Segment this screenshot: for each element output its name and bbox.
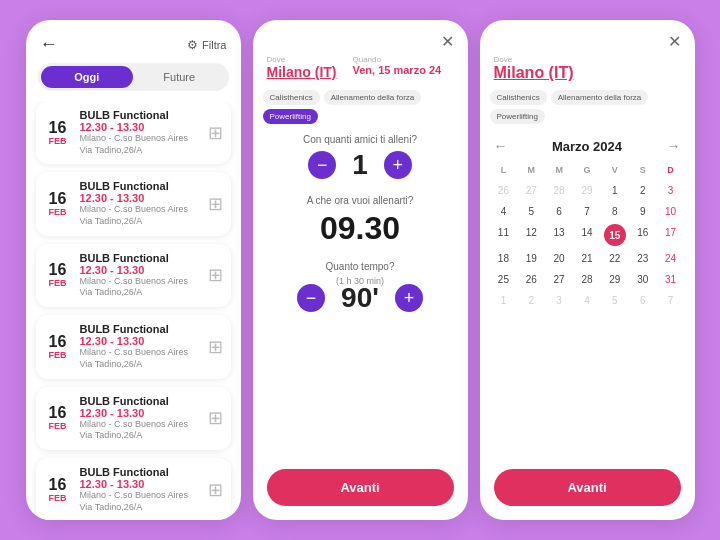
cal-day-cell[interactable]: 24 (657, 250, 685, 267)
class-card[interactable]: 16 Feb BULB Functional 12.30 - 13.30 Mil… (36, 101, 231, 164)
cal-body: ← Marzo 2024 → LMMGVSD262728291234567891… (480, 134, 695, 459)
cal-day-cell[interactable]: 13 (545, 224, 573, 246)
cal-chip[interactable]: Powerlifting (490, 109, 545, 124)
time-question: A che ora vuoi allenarti? (267, 195, 454, 206)
cal-avanti-button[interactable]: Avanti (494, 469, 681, 506)
tab-future[interactable]: Future (133, 66, 226, 88)
filter-button[interactable]: ⚙ Filtra (187, 38, 226, 52)
class-card[interactable]: 16 Feb BULB Functional 12.30 - 13.30 Mil… (36, 315, 231, 378)
cal-week-row: 18192021222324 (490, 250, 685, 267)
duration-increment[interactable]: + (395, 284, 423, 312)
cal-weekday: V (601, 162, 629, 178)
cal-day-cell[interactable]: 31 (657, 271, 685, 288)
date-day: 16 (49, 120, 67, 136)
tab-oggi[interactable]: Oggi (41, 66, 134, 88)
qr-icon: ⊞ (208, 336, 223, 358)
cal-day-cell[interactable]: 27 (517, 182, 545, 199)
card-time: 12.30 - 13.30 (80, 121, 200, 133)
booking-modal-header: ✕ (253, 20, 468, 55)
time-value: 09.30 (267, 210, 454, 247)
class-card[interactable]: 16 Feb BULB Functional 12.30 - 13.30 Mil… (36, 387, 231, 450)
cal-day-cell[interactable]: 4 (573, 292, 601, 309)
card-location: Milano - C.so Buenos Aires Via Tadino,26… (80, 347, 200, 370)
cal-day-cell[interactable]: 14 (573, 224, 601, 246)
cal-day-cell[interactable]: 23 (629, 250, 657, 267)
cal-day-cell[interactable]: 25 (490, 271, 518, 288)
cal-weekday: M (517, 162, 545, 178)
cal-day-cell[interactable]: 21 (573, 250, 601, 267)
class-card[interactable]: 16 Feb BULB Functional 12.30 - 13.30 Mil… (36, 172, 231, 235)
cal-chips: CalisthenicsAllenamento della forzaPower… (480, 90, 695, 134)
cal-day-cell[interactable]: 28 (573, 271, 601, 288)
friends-decrement[interactable]: − (308, 151, 336, 179)
cal-day-cell[interactable]: 2 (629, 182, 657, 199)
cal-day-cell[interactable]: 10 (657, 203, 685, 220)
cal-day-cell[interactable]: 30 (629, 271, 657, 288)
cal-day-cell[interactable]: 5 (517, 203, 545, 220)
cal-day-cell[interactable]: 1 (490, 292, 518, 309)
date-block: 16 Feb (44, 405, 72, 431)
cal-day-cell[interactable]: 28 (545, 182, 573, 199)
date-month: Feb (49, 207, 67, 217)
cal-day-cell[interactable]: 18 (490, 250, 518, 267)
close-button[interactable]: ✕ (441, 32, 454, 51)
category-chip[interactable]: Powerlifting (263, 109, 318, 124)
cal-day-cell[interactable]: 19 (517, 250, 545, 267)
cal-day-cell[interactable]: 29 (601, 271, 629, 288)
category-chip[interactable]: Allenamento della forza (324, 90, 422, 105)
duration-question: Quanto tempo? (267, 261, 454, 272)
cal-day-cell[interactable]: 22 (601, 250, 629, 267)
cal-day-cell[interactable]: 5 (601, 292, 629, 309)
friends-increment[interactable]: + (384, 151, 412, 179)
date-month: Feb (49, 350, 67, 360)
cal-week-row: 25262728293031 (490, 271, 685, 288)
date-day: 16 (49, 405, 67, 421)
cal-day-cell[interactable]: 6 (545, 203, 573, 220)
qr-icon: ⊞ (208, 193, 223, 215)
card-info: BULB Functional 12.30 - 13.30 Milano - C… (80, 466, 200, 513)
friends-count: 1 (352, 149, 368, 181)
avanti-button[interactable]: Avanti (267, 469, 454, 506)
cal-close-button[interactable]: ✕ (668, 32, 681, 51)
category-chip[interactable]: Calisthenics (263, 90, 320, 105)
cal-next-button[interactable]: → (667, 138, 681, 154)
back-button[interactable]: ← (40, 34, 58, 55)
card-title: BULB Functional (80, 109, 200, 121)
class-card[interactable]: 16 Feb BULB Functional 12.30 - 13.30 Mil… (36, 244, 231, 307)
cal-day-cell[interactable]: 9 (629, 203, 657, 220)
screen-calendar: ✕ Dove Milano (IT) CalisthenicsAllenamen… (480, 20, 695, 520)
cal-day-cell[interactable]: 4 (490, 203, 518, 220)
cal-day-cell[interactable]: 15 (604, 224, 626, 246)
cal-day-cell[interactable]: 3 (545, 292, 573, 309)
cal-day-cell[interactable]: 26 (490, 182, 518, 199)
date-month: Feb (49, 278, 67, 288)
cal-weekday: D (657, 162, 685, 178)
when-block: Quando Ven, 15 marzo 24 (353, 55, 442, 80)
cal-day-cell[interactable]: 27 (545, 271, 573, 288)
cal-month-label: Marzo 2024 (552, 139, 622, 154)
friends-section: Con quanti amici ti alleni? − 1 + (267, 134, 454, 181)
cal-chip[interactable]: Allenamento della forza (551, 90, 649, 105)
cal-day-cell[interactable]: 11 (490, 224, 518, 246)
card-info: BULB Functional 12.30 - 13.30 Milano - C… (80, 395, 200, 442)
cal-day-cell[interactable]: 6 (629, 292, 657, 309)
cal-day-cell[interactable]: 1 (601, 182, 629, 199)
cal-day-cell[interactable]: 7 (573, 203, 601, 220)
cal-prev-button[interactable]: ← (494, 138, 508, 154)
cal-day-cell[interactable]: 29 (573, 182, 601, 199)
cal-day-cell[interactable]: 3 (657, 182, 685, 199)
cal-day-cell[interactable]: 12 (517, 224, 545, 246)
cal-day-cell[interactable]: 8 (601, 203, 629, 220)
cal-day-cell[interactable]: 16 (629, 224, 657, 246)
cal-location-section: Dove Milano (IT) (480, 55, 695, 90)
cal-day-cell[interactable]: 26 (517, 271, 545, 288)
cal-day-cell[interactable]: 2 (517, 292, 545, 309)
cal-chip[interactable]: Calisthenics (490, 90, 547, 105)
duration-decrement[interactable]: − (297, 284, 325, 312)
card-location: Milano - C.so Buenos Aires Via Tadino,26… (80, 490, 200, 513)
cal-day-cell[interactable]: 20 (545, 250, 573, 267)
dove-label: Dove (267, 55, 337, 64)
class-card[interactable]: 16 Feb BULB Functional 12.30 - 13.30 Mil… (36, 458, 231, 520)
cal-day-cell[interactable]: 17 (657, 224, 685, 246)
cal-day-cell[interactable]: 7 (657, 292, 685, 309)
